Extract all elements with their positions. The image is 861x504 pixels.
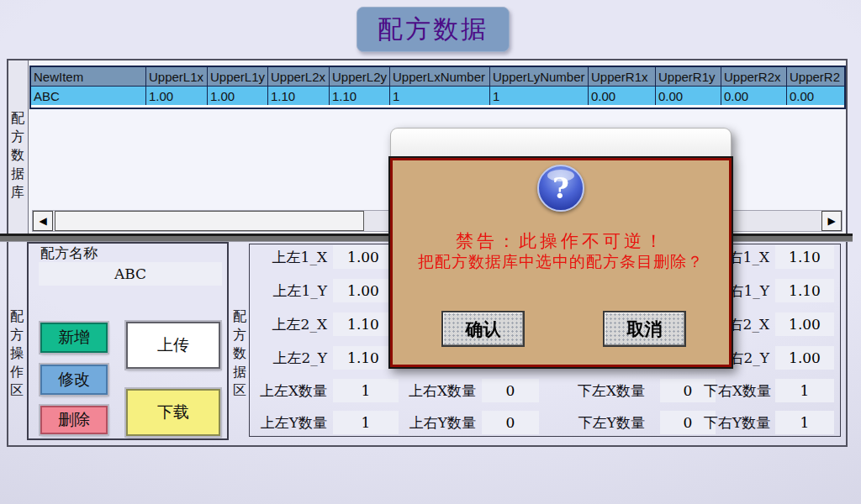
recipe-operation-panel: 配方名称 ABC 新增 修改 删除 上传 下载: [27, 242, 229, 440]
field-value-input[interactable]: 1.10: [775, 279, 834, 302]
field-label: 上左2_Y: [251, 349, 327, 368]
field: 上左Y数量1: [251, 411, 399, 434]
recipe-name-input[interactable]: ABC: [39, 262, 222, 286]
field: 下左Y数量0: [571, 411, 716, 434]
confirm-dialog: ? 禁告：此操作不可逆！ 把配方数据库中选中的配方条目删除？ 确认 取消: [390, 128, 732, 367]
scroll-right-button[interactable]: ▶: [821, 211, 842, 231]
field-value-input[interactable]: 1: [775, 379, 834, 402]
operation-side-label: 配方操作区: [9, 307, 24, 400]
table-cell: ABC: [31, 87, 146, 105]
field-value-input[interactable]: 1: [333, 411, 399, 434]
header-cell: UpperR1x: [589, 67, 656, 86]
database-side-label: 配方数据库: [10, 109, 25, 202]
table-cell: 1.00: [208, 87, 268, 105]
scroll-left-button[interactable]: ◀: [33, 211, 53, 231]
field-value-input[interactable]: 0: [482, 411, 539, 434]
field-value-input[interactable]: 1.10: [333, 312, 394, 336]
table-row[interactable]: ABC 1.00 1.00 1.10 1.10 1 1 0.00 0.00 0.…: [31, 86, 846, 105]
header-cell: UpperR1y: [656, 67, 721, 86]
confirm-button[interactable]: 确认: [441, 311, 525, 347]
field-label: 下右Y数量: [704, 413, 769, 433]
table-cell: 0.00: [589, 87, 656, 105]
table-cell: 0.00: [656, 87, 721, 105]
scroll-thumb[interactable]: [55, 211, 364, 231]
header-cell: NewItem: [31, 67, 146, 86]
header-cell: UpperL2y: [330, 67, 390, 86]
field-value-input[interactable]: 1.00: [775, 312, 834, 336]
recipe-data-screen: 配方数据 配方数据库 NewItem UpperL1x UpperL1y Upp…: [0, 0, 861, 504]
field-label: 上左X数量: [251, 381, 327, 401]
field: 下右X数量1: [704, 379, 834, 402]
page-title: 配方数据: [357, 7, 510, 52]
cancel-button[interactable]: 取消: [603, 311, 686, 347]
scroll-left-icon: ◀: [39, 215, 46, 227]
modify-button[interactable]: 修改: [40, 365, 108, 395]
field: 上左1_X1.00: [251, 245, 394, 269]
field-label: 上右Y数量: [405, 413, 476, 433]
field-label: 上左1_X: [251, 248, 327, 267]
field-value-input[interactable]: 0: [482, 379, 539, 402]
question-icon: ?: [537, 165, 584, 212]
dialog-titlebar: [390, 128, 732, 158]
download-button[interactable]: 下载: [126, 389, 220, 436]
warning-line2: 把配方数据库中选中的配方条目删除？: [393, 251, 729, 273]
upload-button[interactable]: 上传: [126, 322, 220, 369]
data-side-label: 配方数据区: [232, 307, 247, 400]
field-label: 上左1_Y: [251, 281, 327, 301]
field-value-input[interactable]: 1.10: [775, 245, 834, 269]
field-value-input[interactable]: 1.00: [333, 245, 394, 269]
table-cell: 0.00: [787, 87, 846, 105]
warning-line1: 禁告：此操作不可逆！: [393, 229, 729, 253]
field: 下右Y数量1: [704, 411, 834, 434]
field-label: 上右X数量: [405, 381, 476, 401]
field-label: 下右X数量: [704, 381, 769, 401]
database-side-strip: 配方数据库: [8, 60, 29, 235]
delete-button[interactable]: 删除: [40, 406, 108, 434]
table-cell: 1: [490, 87, 589, 105]
recipe-table: NewItem UpperL1x UpperL1y UpperL2x Upper…: [29, 66, 846, 109]
table-cell: 1: [390, 87, 490, 105]
table-cell: 1.10: [330, 87, 390, 105]
field-label: 上左2_X: [251, 315, 327, 334]
header-cell: UpperR2: [787, 67, 846, 86]
scroll-right-icon: ▶: [827, 215, 835, 227]
field: 上右Y数量0: [405, 411, 539, 434]
recipe-name-label: 配方名称: [40, 244, 98, 263]
field: 上左X数量1: [251, 379, 399, 402]
field: 下左X数量0: [571, 379, 716, 402]
field: 上左2_X1.10: [251, 312, 394, 336]
field-value-input[interactable]: 1.10: [333, 346, 394, 370]
table-cell: 1.00: [146, 87, 208, 105]
field: 上左2_Y1.10: [251, 346, 394, 370]
table-cell: 0.00: [721, 87, 787, 105]
field-value-input[interactable]: 1.00: [775, 346, 834, 370]
field-value-input[interactable]: 1: [333, 379, 399, 402]
header-cell: UpperL2x: [268, 67, 330, 86]
field-value-input[interactable]: 1.00: [333, 279, 394, 302]
field: 上左1_Y1.00: [251, 279, 394, 302]
field-label: 上左Y数量: [251, 413, 327, 433]
table-header-row: NewItem UpperL1x UpperL1y UpperL2x Upper…: [31, 67, 846, 86]
dialog-body: ? 禁告：此操作不可逆！ 把配方数据库中选中的配方条目删除？ 确认 取消: [390, 158, 732, 367]
field-value-input[interactable]: 1: [775, 411, 834, 434]
header-cell: UpperR2x: [721, 67, 787, 86]
add-button[interactable]: 新增: [40, 323, 108, 353]
header-cell: UpperL1x: [146, 67, 208, 86]
field-label: 下左Y数量: [571, 413, 645, 433]
header-cell: UpperLxNumber: [390, 67, 490, 86]
field: 上右X数量0: [405, 379, 539, 402]
field-label: 下左X数量: [571, 381, 645, 401]
table-cell: 1.10: [268, 87, 330, 105]
header-cell: UpperL1y: [208, 67, 268, 86]
header-cell: UpperLyNumber: [490, 67, 589, 86]
